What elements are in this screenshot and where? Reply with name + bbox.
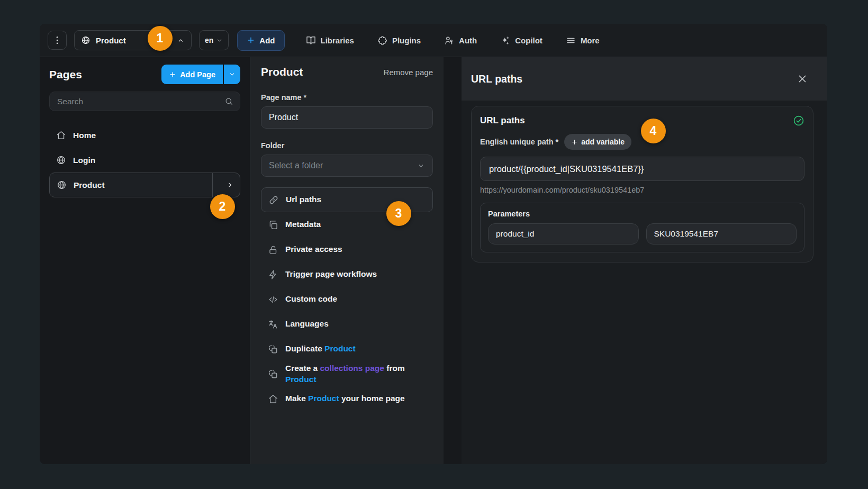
plus-icon xyxy=(247,36,255,44)
add-page-split-button: Add Page xyxy=(161,65,240,84)
menu-item-text: Product xyxy=(285,375,317,384)
url-paths-panel-title: URL paths xyxy=(471,73,522,85)
annotation-badge-1: 1 xyxy=(148,26,173,51)
url-paths-panel-header: URL paths xyxy=(462,57,827,101)
page-settings-title: Product xyxy=(261,66,303,78)
language-selector[interactable]: en xyxy=(199,30,229,50)
add-button[interactable]: Add xyxy=(237,30,284,51)
toolbar-item-label: Copilot xyxy=(515,36,542,45)
search-box xyxy=(49,92,240,111)
plus-icon xyxy=(169,71,176,78)
toolbar-nav: LibrariesPluginsAuthCopilotMore xyxy=(306,35,600,46)
home-icon xyxy=(56,130,66,140)
bolt-icon xyxy=(268,269,278,280)
menu-item-text: your home page xyxy=(339,394,405,403)
page-selector-dropdown[interactable]: Product xyxy=(74,30,192,50)
folder-select[interactable]: Select a folder xyxy=(261,155,433,177)
sparkle-icon xyxy=(500,35,510,46)
home-icon xyxy=(268,394,278,404)
remove-page-button[interactable]: Remove page xyxy=(384,68,433,77)
toolbar-item-more[interactable]: More xyxy=(566,35,600,46)
toolbar-item-copilot[interactable]: Copilot xyxy=(500,35,542,46)
sidebar-item-home[interactable]: Home xyxy=(49,123,240,148)
add-variable-button[interactable]: add variable xyxy=(564,134,631,150)
toolbar-item-auth[interactable]: Auth xyxy=(444,35,477,46)
chevron-down-icon xyxy=(216,37,223,44)
page-menu-item-custom-code[interactable]: Custom code xyxy=(261,287,433,312)
sidebar-header: Pages Add Page xyxy=(49,65,240,84)
menu-item-text: Metadata xyxy=(285,220,321,229)
code-icon xyxy=(268,294,278,305)
parameters-row xyxy=(488,223,797,245)
menu-icon xyxy=(566,35,576,46)
add-page-button[interactable]: Add Page xyxy=(161,65,223,84)
unique-path-label: English unique path * xyxy=(480,138,558,146)
kebab-menu-button[interactable] xyxy=(48,31,67,50)
search-input[interactable] xyxy=(56,96,220,107)
url-paths-card-title: URL paths xyxy=(480,115,525,126)
pages-list: HomeLoginProduct xyxy=(49,123,240,197)
preview-url: https://yourdomain.com/product/sku031954… xyxy=(480,186,804,194)
page-menu-item-make-product-your-home-page[interactable]: Make Product your home page xyxy=(261,386,433,411)
annotation-badge-3: 3 xyxy=(386,201,411,226)
check-circle-icon xyxy=(793,115,804,126)
folder-label: Folder xyxy=(261,141,433,150)
divider xyxy=(212,173,213,197)
menu-item-text: collections page xyxy=(320,364,384,373)
toolbar-item-plugins[interactable]: Plugins xyxy=(377,35,421,46)
annotation-badge-2: 2 xyxy=(210,194,235,219)
globe-icon xyxy=(56,155,66,165)
chevron-right-icon xyxy=(226,181,234,189)
link-icon xyxy=(268,195,279,205)
sidebar-item-login[interactable]: Login xyxy=(49,148,240,173)
toolbar-item-label: Plugins xyxy=(392,36,421,45)
annotation-badge-4: 4 xyxy=(641,119,666,143)
chevron-down-icon xyxy=(228,70,236,78)
toolbar-item-label: Auth xyxy=(459,36,477,45)
page-menu-item-trigger-page-workflows[interactable]: Trigger page workflows xyxy=(261,262,433,287)
duplicate-icon xyxy=(268,344,278,355)
page-menu-item-create-a-collections-page-from-product[interactable]: Create a collections page from Product xyxy=(261,361,433,386)
close-button[interactable] xyxy=(797,73,808,85)
screenshot-root: Product en Add LibrariesPluginsAuthCopil… xyxy=(0,0,868,489)
add-page-dropdown-toggle[interactable] xyxy=(223,65,240,84)
parameters-label: Parameters xyxy=(488,210,797,218)
menu-item-text: Custom code xyxy=(285,294,337,303)
page-name-input[interactable] xyxy=(261,106,433,129)
toolbar-item-libraries[interactable]: Libraries xyxy=(306,35,354,46)
canvas-area: URL paths URL paths English unique path … xyxy=(444,57,827,464)
chevron-up-icon xyxy=(177,37,185,44)
language-icon xyxy=(268,319,278,330)
add-page-label: Add Page xyxy=(180,70,215,79)
parameter-name-input[interactable] xyxy=(488,223,639,245)
chevron-down-icon xyxy=(417,162,425,170)
menu-item-text: Make xyxy=(285,394,308,403)
sidebar-item-product[interactable]: Product xyxy=(49,173,240,197)
copy-icon xyxy=(268,220,278,230)
menu-item-text: Trigger page workflows xyxy=(285,269,377,278)
page-settings-header: Product Remove page xyxy=(261,66,433,78)
lock-icon xyxy=(268,245,278,255)
menu-item-text: Product xyxy=(308,394,339,403)
toolbar-item-label: Libraries xyxy=(321,36,354,45)
parameter-value-input[interactable] xyxy=(646,223,797,245)
puzzle-icon xyxy=(377,35,387,46)
search-icon xyxy=(224,97,233,106)
globe-icon xyxy=(81,35,91,45)
add-variable-label: add variable xyxy=(581,138,625,146)
kebab-icon xyxy=(52,35,62,46)
globe-icon xyxy=(57,180,67,190)
menu-item-text: Create a xyxy=(285,364,320,373)
folder-placeholder: Select a folder xyxy=(269,161,417,170)
page-menu-item-languages[interactable]: Languages xyxy=(261,312,433,337)
page-menu-item-duplicate-product[interactable]: Duplicate Product xyxy=(261,337,433,361)
menu-item-text: Product xyxy=(324,344,356,353)
open-page-settings-button[interactable] xyxy=(220,181,240,189)
page-menu-item-private-access[interactable]: Private access xyxy=(261,237,433,262)
unique-path-input[interactable] xyxy=(480,157,804,181)
language-label: en xyxy=(205,36,213,44)
page-label: Login xyxy=(73,156,233,165)
page-label: Home xyxy=(73,131,233,140)
duplicate-icon xyxy=(268,369,278,379)
url-paths-panel: URL paths URL paths English unique path … xyxy=(462,57,827,464)
